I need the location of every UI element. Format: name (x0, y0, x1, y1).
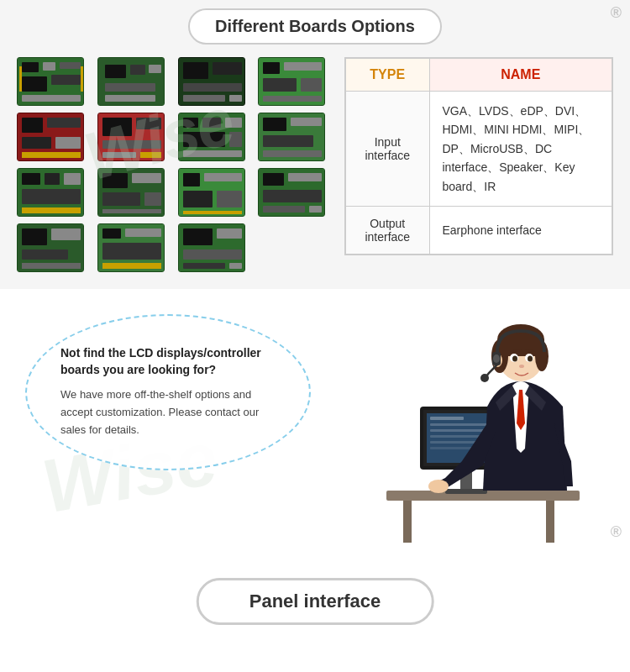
board-item (17, 168, 84, 217)
svg-rect-72 (263, 190, 322, 202)
board-item (258, 57, 325, 106)
svg-rect-62 (102, 209, 161, 213)
table-header-name: NAME (429, 58, 612, 92)
svg-rect-79 (22, 263, 81, 269)
svg-rect-78 (22, 249, 68, 260)
svg-rect-87 (217, 228, 242, 239)
svg-rect-90 (229, 263, 242, 269)
section-title: Different Boards Options (17, 8, 613, 45)
boards-grid (17, 57, 332, 272)
speech-bubble: Not find the LCD displays/controller boa… (25, 314, 311, 470)
svg-rect-95 (445, 489, 487, 494)
svg-point-114 (528, 356, 533, 362)
svg-rect-2 (43, 62, 55, 71)
svg-rect-67 (217, 191, 242, 207)
svg-rect-19 (183, 95, 225, 102)
svg-rect-18 (183, 83, 242, 92)
boards-container: TYPE NAME Input interface VGA、LVDS、eDP、D… (17, 57, 613, 272)
svg-point-119 (428, 480, 449, 493)
svg-rect-47 (263, 118, 286, 131)
svg-rect-45 (183, 150, 242, 157)
bubble-heading: Not find the LCD displays/controller boa… (60, 345, 276, 378)
svg-rect-25 (301, 78, 322, 92)
svg-rect-82 (125, 228, 161, 237)
board-item (178, 223, 245, 272)
svg-rect-17 (213, 62, 242, 75)
svg-rect-35 (136, 118, 161, 129)
board-item (178, 168, 245, 217)
svg-rect-26 (263, 96, 322, 102)
svg-rect-68 (183, 211, 242, 214)
svg-rect-86 (183, 228, 213, 245)
svg-rect-23 (284, 62, 322, 71)
svg-rect-109 (497, 339, 544, 356)
svg-rect-3 (60, 62, 81, 69)
svg-rect-41 (202, 118, 221, 128)
svg-rect-83 (102, 243, 161, 260)
svg-rect-93 (546, 501, 554, 543)
svg-rect-58 (102, 173, 128, 188)
svg-rect-1 (22, 62, 39, 72)
svg-rect-30 (22, 137, 51, 149)
svg-rect-88 (183, 249, 242, 260)
svg-point-115 (519, 365, 524, 368)
table-row-input: Input interface VGA、LVDS、eDP、DVI、HDMI、MI… (345, 92, 612, 207)
svg-rect-28 (22, 118, 43, 133)
input-interface-value: VGA、LVDS、eDP、DVI、HDMI、MINI HDMI、MIPI、DP、… (429, 92, 612, 207)
svg-rect-24 (263, 78, 297, 92)
svg-rect-38 (140, 152, 161, 158)
section-title-text: Different Boards Options (188, 8, 442, 45)
svg-rect-6 (22, 95, 81, 102)
svg-rect-43 (183, 132, 225, 147)
svg-rect-84 (102, 263, 161, 269)
board-item (258, 168, 325, 217)
svg-rect-11 (130, 65, 145, 75)
svg-rect-44 (229, 132, 242, 147)
svg-point-117 (493, 354, 500, 363)
interface-table: TYPE NAME Input interface VGA、LVDS、eDP、D… (344, 57, 613, 255)
bubble-text: We have more off-the-shelf options and a… (60, 386, 276, 438)
svg-rect-89 (183, 263, 225, 269)
svg-rect-65 (204, 173, 242, 181)
svg-rect-55 (22, 189, 81, 204)
svg-rect-13 (105, 83, 155, 92)
panel-interface-button[interactable]: Panel interface (197, 578, 434, 625)
svg-rect-5 (51, 75, 81, 85)
svg-rect-4 (22, 76, 47, 92)
input-interface-label: Input interface (345, 92, 429, 207)
svg-rect-12 (149, 65, 161, 73)
svg-rect-42 (225, 118, 242, 128)
svg-rect-103 (430, 441, 480, 444)
svg-rect-76 (22, 228, 47, 245)
svg-point-118 (480, 374, 489, 382)
svg-rect-71 (288, 173, 322, 181)
board-item (17, 223, 84, 272)
svg-rect-60 (102, 192, 140, 206)
svg-rect-10 (105, 65, 126, 78)
svg-rect-66 (183, 191, 213, 207)
svg-rect-52 (22, 173, 40, 185)
svg-rect-49 (263, 135, 313, 147)
svg-rect-34 (102, 118, 132, 136)
bottom-section: Wise ® Not find the LCD displays/control… (0, 289, 630, 642)
svg-rect-81 (102, 228, 121, 239)
svg-rect-31 (55, 137, 81, 149)
board-item (178, 57, 245, 106)
board-item (97, 113, 165, 161)
board-item (17, 113, 84, 161)
board-item (258, 113, 325, 161)
cs-illustration (361, 297, 596, 558)
svg-rect-53 (45, 173, 60, 185)
board-item (97, 223, 165, 272)
svg-rect-77 (51, 228, 81, 240)
svg-rect-99 (430, 417, 464, 420)
svg-rect-36 (102, 140, 161, 149)
output-interface-value: Earphone interface (429, 206, 612, 255)
svg-rect-32 (22, 152, 81, 158)
svg-rect-61 (144, 192, 161, 206)
svg-rect-54 (64, 173, 81, 185)
svg-rect-14 (105, 95, 155, 102)
svg-rect-56 (22, 207, 81, 213)
board-item (97, 168, 165, 217)
board-item (178, 113, 245, 161)
